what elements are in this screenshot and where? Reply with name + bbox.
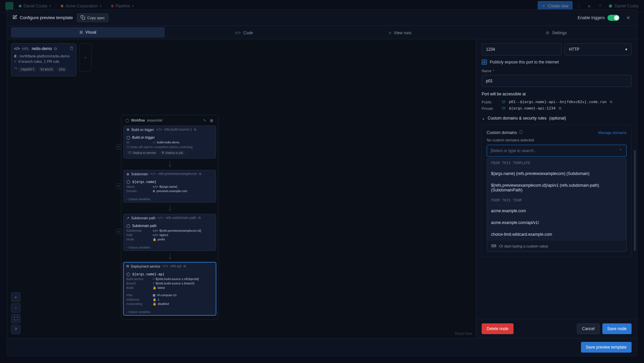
- app-logo[interactable]: [5, 2, 13, 10]
- breadcrumb-org[interactable]: Acme Corporation▾: [58, 2, 105, 10]
- preview-template-modal: Configure preview template Copy spec Ena…: [7, 9, 637, 12]
- user-menu[interactable]: Daniel Cosby: [609, 4, 639, 8]
- breadcrumb-project[interactable]: Pipeline▾: [108, 2, 137, 10]
- breadcrumb-user[interactable]: Daniel Cosby▾: [16, 2, 54, 10]
